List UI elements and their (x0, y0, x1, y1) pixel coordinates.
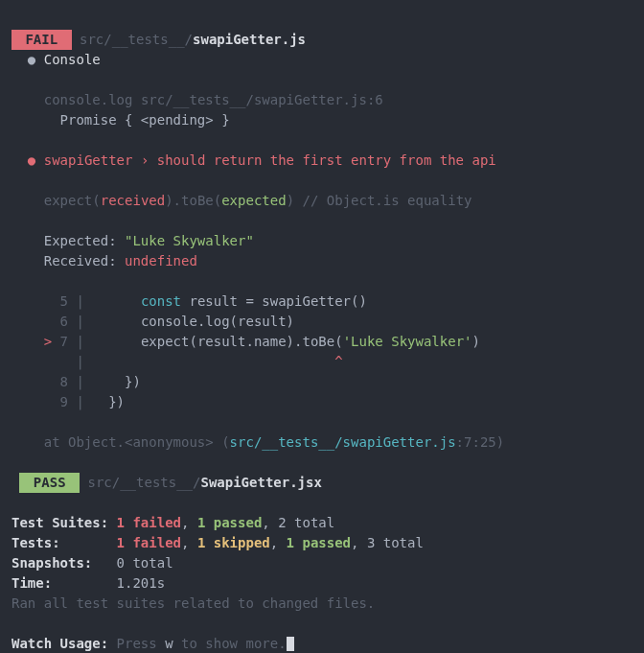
time-value: 1.201s (117, 575, 166, 591)
code-line-8: }) (92, 374, 141, 389)
tests-passed: 1 passed (287, 535, 351, 550)
expect-p1: expect( (44, 193, 101, 208)
watch-hint-post: to show more. (173, 636, 287, 651)
received-label: Received: (44, 253, 125, 268)
error-caret: ^ (92, 354, 342, 369)
pass-badge: PASS (19, 473, 80, 493)
code-line-5-kw: const (92, 293, 181, 309)
tests-skipped: 1 skipped (197, 535, 270, 550)
bullet-fail-icon: ● (28, 152, 35, 168)
stack-file: src/__tests__/swapiGetter.js (230, 434, 456, 450)
fail-path-dir: src/__tests__/ (80, 32, 193, 47)
cursor (287, 637, 294, 651)
snapshots-label: Snapshots: (12, 555, 117, 571)
expect-expected: expected (221, 193, 286, 208)
tests-total: 3 total (367, 535, 424, 550)
line-number-9: 9 | (44, 394, 84, 409)
console-log-body: Promise { <pending> } (60, 112, 230, 128)
tests-label: Tests: (12, 535, 117, 550)
console-log-prefix: console.log (44, 92, 133, 107)
code-line-5: result = swapiGetter() (181, 293, 367, 309)
bullet-icon: ● (28, 52, 35, 67)
test-suite-name: swapiGetter (44, 152, 133, 168)
suites-failed: 1 failed (117, 515, 181, 530)
console-log-location: src/__tests__/swapiGetter.js:6 (141, 92, 383, 107)
line-number-8: 8 | (44, 374, 84, 389)
terminal-output: FAIL src/__tests__/swapiGetter.js ● Cons… (0, 0, 644, 653)
ran-message: Ran all test suites related to changed f… (12, 595, 375, 611)
expect-received: received (101, 193, 165, 208)
console-header: Console (44, 52, 101, 67)
stack-prefix: at Object.<anonymous> ( (44, 434, 230, 450)
expect-p3: ) (287, 193, 294, 208)
test-name: should return the first entry from the a… (157, 152, 496, 168)
watch-hint-key: w (165, 636, 172, 651)
line-number-5: 5 | (44, 293, 84, 309)
expect-p2: ).toBe( (165, 193, 221, 208)
code-line-9: }) (92, 394, 125, 409)
code-line-7-string: 'Luke Skywalker' (343, 334, 472, 349)
code-line-7-post: ) (472, 334, 479, 349)
fail-badge: FAIL (12, 30, 72, 50)
watch-usage-label: Watch Usage: (12, 636, 108, 651)
watch-hint-pre: Press (108, 636, 165, 651)
line-number-7: 7 | (60, 334, 84, 349)
expect-comment: // Object.is equality (294, 193, 472, 208)
tests-failed: 1 failed (117, 535, 181, 550)
expected-label: Expected: (44, 233, 125, 248)
time-label: Time: (12, 575, 117, 591)
test-separator: › (132, 152, 156, 168)
line-number-6: 6 | (44, 314, 84, 329)
fail-path-file: swapiGetter.js (193, 32, 306, 47)
expected-value: "Luke Skywalker" (125, 233, 254, 248)
code-line-7-pre: expect(result.name).toBe( (92, 334, 342, 349)
code-line-6: console.log(result) (92, 314, 294, 329)
pass-path-dir: src/__tests__/ (87, 475, 200, 490)
suites-label: Test Suites: (12, 515, 117, 530)
suites-passed: 1 passed (197, 515, 262, 530)
snapshots-value: 0 total (117, 555, 173, 571)
stack-loc: :7:25) (456, 434, 505, 450)
suites-total: 2 total (278, 515, 334, 530)
pass-path-file: SwapiGetter.jsx (200, 475, 321, 490)
caret-gutter: | (44, 354, 84, 369)
received-value: undefined (125, 253, 197, 268)
error-marker: > (44, 334, 52, 349)
